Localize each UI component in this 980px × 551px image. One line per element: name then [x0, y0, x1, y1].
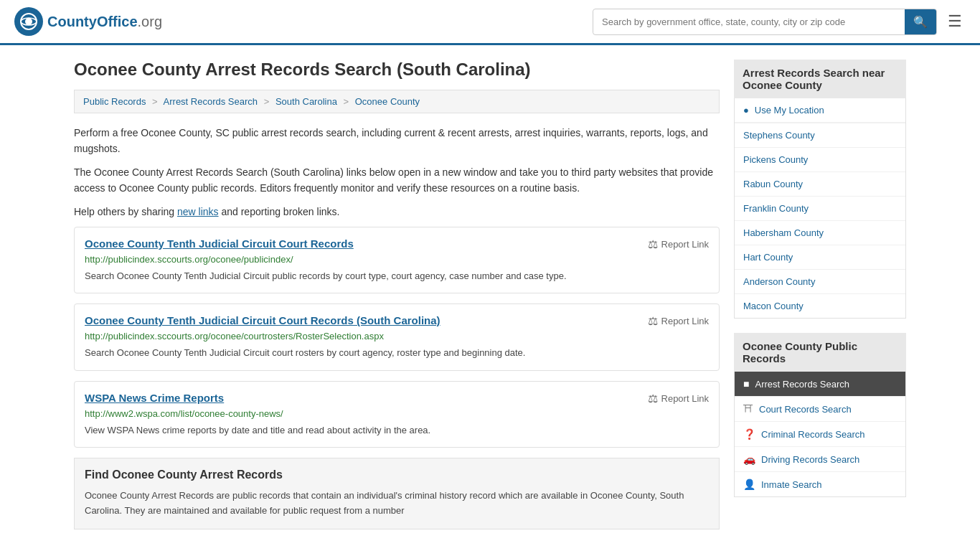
- report-link-3[interactable]: ⚖ Report Link: [648, 392, 709, 405]
- habersham-county-link[interactable]: Habersham County: [735, 221, 905, 245]
- logo-icon: [14, 7, 43, 36]
- menu-icon[interactable]: ☰: [944, 9, 966, 34]
- result-header-1: Oconee County Tenth Judicial Circuit Cou…: [85, 237, 709, 251]
- report-link-icon-1: ⚖: [648, 237, 658, 251]
- sidebar-nearby-list: ● Use My Location Stephens County Picken…: [734, 98, 906, 319]
- search-button[interactable]: 🔍: [905, 9, 936, 34]
- criminal-records-label: Criminal Records Search: [761, 429, 865, 440]
- macon-county-link[interactable]: Macon County: [735, 294, 905, 318]
- use-location-label: Use My Location: [755, 105, 824, 116]
- sidebar-item-hart[interactable]: Hart County: [735, 245, 905, 270]
- court-records-link[interactable]: ⛩ Court Records Search: [735, 397, 905, 421]
- result-item-3: WSPA News Crime Reports ⚖ Report Link ht…: [74, 381, 720, 448]
- arrest-records-label: Arrest Records Search: [755, 379, 849, 390]
- sidebar-item-rabun[interactable]: Rabun County: [735, 172, 905, 197]
- sidebar-nearby-header: Arrest Records Search near Oconee County: [734, 60, 906, 98]
- driving-records-label: Driving Records Search: [761, 454, 859, 465]
- result-header-3: WSPA News Crime Reports ⚖ Report Link: [85, 392, 709, 405]
- sidebar-item-habersham[interactable]: Habersham County: [735, 221, 905, 245]
- report-link-icon-3: ⚖: [648, 392, 658, 405]
- criminal-records-icon: ❓: [743, 428, 755, 440]
- result-item-1: Oconee County Tenth Judicial Circuit Cou…: [74, 227, 720, 294]
- sidebar-public-records-header: Oconee County Public Records: [734, 333, 906, 372]
- result-item-2: Oconee County Tenth Judicial Circuit Cou…: [74, 303, 720, 371]
- result-desc-3: View WSPA News crime reports by date and…: [85, 423, 709, 438]
- logo-text: CountyOffice.org: [47, 14, 162, 30]
- inmate-search-link[interactable]: 👤 Inmate Search: [735, 472, 905, 496]
- content-area: Oconee County Arrest Records Search (Sou…: [74, 60, 720, 529]
- arrest-records-link[interactable]: ■ Arrest Records Search: [735, 372, 905, 396]
- breadcrumb-oconee-county[interactable]: Oconee County: [355, 96, 420, 107]
- court-records-icon: ⛩: [743, 403, 753, 415]
- sidebar-use-location[interactable]: ● Use My Location: [735, 98, 905, 123]
- sidebar-nearby-section: Arrest Records Search near Oconee County…: [734, 60, 906, 319]
- breadcrumb-south-carolina[interactable]: South Carolina: [275, 96, 337, 107]
- sidebar-court-records[interactable]: ⛩ Court Records Search: [735, 397, 905, 422]
- breadcrumb-public-records[interactable]: Public Records: [83, 96, 146, 107]
- sidebar: Arrest Records Search near Oconee County…: [734, 60, 906, 529]
- find-section: Find Oconee County Arrest Records Oconee…: [74, 458, 720, 529]
- result-url-2[interactable]: http://publicindex.sccourts.org/oconee/c…: [85, 331, 709, 342]
- result-desc-1: Search Oconee County Tenth Judicial Circ…: [85, 269, 709, 283]
- driving-records-icon: 🚗: [743, 453, 755, 465]
- franklin-county-link[interactable]: Franklin County: [735, 197, 905, 220]
- location-pin-icon: ●: [743, 105, 749, 116]
- description-intro: Perform a free Oconee County, SC public …: [74, 125, 720, 157]
- find-section-text: Oconee County Arrest Records are public …: [85, 489, 709, 519]
- use-location-link[interactable]: ● Use My Location: [735, 98, 905, 123]
- result-title-2[interactable]: Oconee County Tenth Judicial Circuit Cou…: [85, 314, 440, 326]
- court-records-label: Court Records Search: [759, 404, 852, 415]
- report-link-1[interactable]: ⚖ Report Link: [648, 237, 709, 251]
- sidebar-item-franklin[interactable]: Franklin County: [735, 197, 905, 221]
- arrest-records-icon: ■: [743, 378, 749, 390]
- logo-org: .org: [138, 14, 162, 29]
- search-bar: 🔍: [593, 9, 937, 35]
- header-right: 🔍 ☰: [593, 9, 966, 35]
- report-link-label-1: Report Link: [661, 239, 709, 250]
- description-sharing: Help others by sharing new links and rep…: [74, 204, 720, 220]
- sidebar-public-records-list: ■ Arrest Records Search ⛩ Court Records …: [734, 372, 906, 497]
- find-section-title: Find Oconee County Arrest Records: [85, 468, 709, 481]
- driving-records-link[interactable]: 🚗 Driving Records Search: [735, 447, 905, 471]
- sidebar-inmate-search[interactable]: 👤 Inmate Search: [735, 472, 905, 496]
- anderson-county-link[interactable]: Anderson County: [735, 270, 905, 293]
- sidebar-public-records-section: Oconee County Public Records ■ Arrest Re…: [734, 333, 906, 497]
- report-link-label-3: Report Link: [661, 393, 709, 404]
- hart-county-link[interactable]: Hart County: [735, 245, 905, 269]
- header: CountyOffice.org 🔍 ☰: [0, 0, 980, 45]
- sidebar-item-anderson[interactable]: Anderson County: [735, 270, 905, 294]
- report-link-icon-2: ⚖: [648, 314, 658, 328]
- breadcrumb: Public Records > Arrest Records Search >…: [74, 90, 720, 113]
- sidebar-arrest-records[interactable]: ■ Arrest Records Search: [735, 372, 905, 397]
- sidebar-item-stephens[interactable]: Stephens County: [735, 123, 905, 148]
- main-container: Oconee County Arrest Records Search (Sou…: [60, 45, 920, 544]
- stephens-county-link[interactable]: Stephens County: [735, 123, 905, 147]
- breadcrumb-arrest-records[interactable]: Arrest Records Search: [164, 96, 258, 107]
- logo-area: CountyOffice.org: [14, 7, 162, 36]
- svg-point-1: [25, 18, 32, 25]
- logo-name: CountyOffice: [47, 14, 138, 29]
- report-link-label-2: Report Link: [661, 316, 709, 326]
- page-title: Oconee County Arrest Records Search (Sou…: [74, 60, 720, 80]
- rabun-county-link[interactable]: Rabun County: [735, 172, 905, 196]
- result-url-1[interactable]: http://publicindex.sccourts.org/oconee/p…: [85, 254, 709, 265]
- report-link-2[interactable]: ⚖ Report Link: [648, 314, 709, 328]
- result-desc-2: Search Oconee County Tenth Judicial Circ…: [85, 346, 709, 360]
- result-title-3[interactable]: WSPA News Crime Reports: [85, 392, 224, 404]
- pickens-county-link[interactable]: Pickens County: [735, 148, 905, 171]
- new-links-link[interactable]: new links: [177, 206, 219, 217]
- inmate-search-icon: 👤: [743, 479, 755, 490]
- description-links: The Oconee County Arrest Records Search …: [74, 164, 720, 197]
- inmate-search-label: Inmate Search: [761, 479, 822, 490]
- result-title-1[interactable]: Oconee County Tenth Judicial Circuit Cou…: [85, 237, 354, 250]
- criminal-records-link[interactable]: ❓ Criminal Records Search: [735, 422, 905, 446]
- sidebar-item-macon[interactable]: Macon County: [735, 294, 905, 318]
- sidebar-item-pickens[interactable]: Pickens County: [735, 148, 905, 172]
- result-header-2: Oconee County Tenth Judicial Circuit Cou…: [85, 314, 709, 328]
- sidebar-criminal-records[interactable]: ❓ Criminal Records Search: [735, 422, 905, 447]
- sidebar-driving-records[interactable]: 🚗 Driving Records Search: [735, 447, 905, 472]
- result-url-3[interactable]: http://www2.wspa.com/list/oconee-county-…: [85, 408, 709, 419]
- search-input[interactable]: [593, 11, 905, 33]
